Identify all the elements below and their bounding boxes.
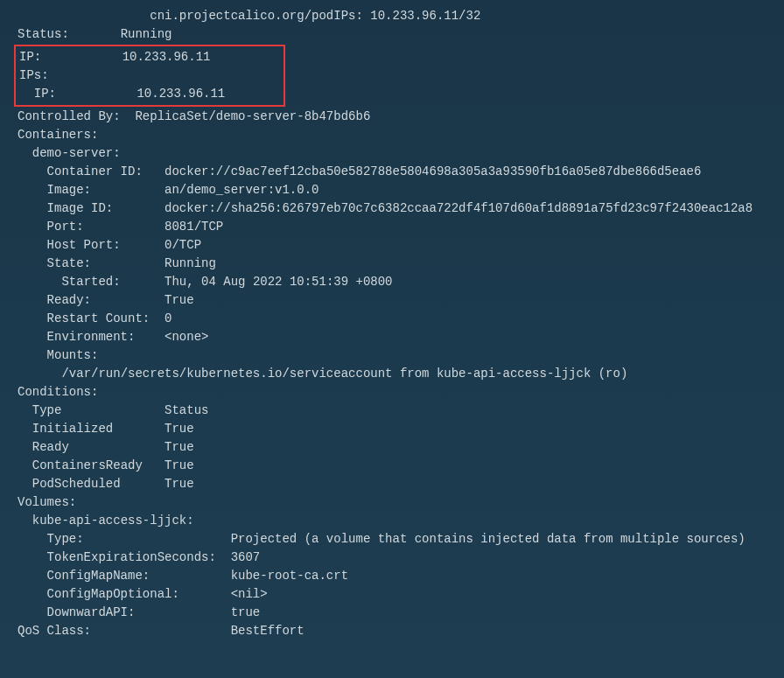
image-id-label: Image ID:	[47, 201, 114, 215]
downward-api-line: DownwardAPI: true	[0, 604, 784, 622]
host-port-value: 0/TCP	[164, 238, 201, 252]
qos-class-label: QoS Class:	[18, 624, 91, 638]
token-expiration-line: TokenExpirationSeconds: 3607	[0, 549, 784, 567]
config-map-optional-line: ConfigMapOptional: <nil>	[0, 585, 784, 604]
image-label: Image:	[47, 183, 91, 197]
annotation-line: cni.projectcalico.org/podIPs: 10.233.96.…	[0, 7, 784, 25]
nested-ip-line: IP: 10.233.96.11	[16, 85, 284, 103]
status-value: Running	[121, 27, 172, 41]
conditions-header-status: Status	[164, 403, 208, 417]
mounts-label: Mounts:	[47, 348, 99, 362]
config-map-name-line: ConfigMapName: kube-root-ca.crt	[0, 567, 784, 585]
status-line: Status: Running	[0, 25, 784, 44]
ips-label: IPs:	[19, 68, 49, 82]
nested-ip-label: IP:	[34, 87, 56, 101]
environment-value: <none>	[164, 330, 208, 344]
image-value: an/demo_server:v1.0.0	[164, 183, 318, 197]
image-line: Image: an/demo_server:v1.0.0	[0, 181, 784, 199]
environment-line: Environment: <none>	[0, 328, 784, 346]
condition-row: ContainersReady True	[0, 457, 784, 475]
qos-class-value: BestEffort	[231, 624, 304, 638]
volume-name: kube-api-access-ljjck:	[32, 514, 194, 528]
image-id-value: docker://sha256:626797eb70c7c6382ccaa722…	[164, 201, 752, 215]
ip-line: IP: 10.233.96.11	[16, 48, 284, 66]
host-port-line: Host Port: 0/TCP	[0, 236, 784, 255]
containers-label: Containers:	[18, 128, 98, 142]
volume-type-label: Type:	[47, 532, 84, 546]
started-value: Thu, 04 Aug 2022 10:51:39 +0800	[164, 275, 392, 289]
condition-status: True	[164, 440, 194, 454]
controlled-by-value: ReplicaSet/demo-server-8b47bd6b6	[135, 109, 370, 123]
container-name-line: demo-server:	[0, 144, 784, 163]
host-port-label: Host Port:	[47, 238, 121, 252]
container-id-label: Container ID:	[47, 164, 143, 178]
downward-api-value: true	[231, 605, 261, 619]
conditions-label-line: Conditions:	[0, 383, 784, 402]
token-expiration-value: 3607	[231, 550, 261, 564]
controlled-by-label: Controlled By:	[18, 109, 121, 123]
state-line: State: Running	[0, 255, 784, 273]
conditions-header-line: Type Status	[0, 402, 784, 420]
qos-class-line: QoS Class: BestEffort	[0, 622, 784, 640]
condition-status: True	[164, 422, 194, 436]
container-id-line: Container ID: docker://c9ac7eef12cba50e5…	[0, 163, 784, 181]
containers-label-line: Containers:	[0, 126, 784, 144]
downward-api-label: DownwardAPI:	[47, 605, 136, 619]
started-line: Started: Thu, 04 Aug 2022 10:51:39 +0800	[0, 273, 784, 291]
config-map-name-label: ConfigMapName:	[47, 569, 150, 583]
port-line: Port: 8081/TCP	[0, 218, 784, 236]
ip-highlight-box: IP: 10.233.96.11 IPs: IP: 10.233.96.11	[14, 45, 285, 107]
state-label: State:	[47, 256, 91, 270]
volumes-label: Volumes:	[18, 495, 76, 509]
condition-type: Initialized	[32, 422, 113, 436]
container-id-value: docker://c9ac7eef12cba50e582788e5804698a…	[164, 164, 701, 178]
ips-line: IPs:	[16, 66, 284, 85]
condition-row: Ready True	[0, 438, 784, 457]
ready-label: Ready:	[47, 293, 91, 307]
container-name: demo-server:	[32, 146, 121, 160]
port-value: 8081/TCP	[164, 220, 223, 234]
annotation-key: cni.projectcalico.org/podIPs:	[150, 9, 363, 23]
token-expiration-label: TokenExpirationSeconds:	[47, 550, 216, 564]
condition-row: Initialized True	[0, 420, 784, 438]
condition-status: True	[164, 477, 194, 491]
image-id-line: Image ID: docker://sha256:626797eb70c7c6…	[0, 199, 784, 218]
environment-label: Environment:	[47, 330, 136, 344]
condition-type: ContainersReady	[32, 458, 143, 472]
ready-line: Ready: True	[0, 291, 784, 310]
ready-value: True	[164, 293, 194, 307]
config-map-optional-value: <nil>	[231, 587, 268, 601]
controlled-by-line: Controlled By: ReplicaSet/demo-server-8b…	[0, 108, 784, 126]
restart-count-line: Restart Count: 0	[0, 310, 784, 328]
state-value: Running	[164, 256, 216, 270]
condition-row: PodScheduled True	[0, 475, 784, 493]
conditions-header-type: Type	[32, 403, 62, 417]
nested-ip-value: 10.233.96.11	[136, 87, 225, 101]
mounts-label-line: Mounts:	[0, 346, 784, 365]
mounts-value-line: /var/run/secrets/kubernetes.io/serviceac…	[0, 365, 784, 383]
mounts-value: /var/run/secrets/kubernetes.io/serviceac…	[61, 367, 627, 381]
condition-type: PodScheduled	[32, 477, 121, 491]
started-label: Started:	[61, 275, 120, 289]
condition-type: Ready	[32, 440, 69, 454]
restart-count-value: 0	[164, 311, 172, 325]
config-map-optional-label: ConfigMapOptional:	[47, 587, 179, 601]
volume-type-line: Type: Projected (a volume that contains …	[0, 530, 784, 549]
conditions-label: Conditions:	[18, 385, 98, 399]
volumes-label-line: Volumes:	[0, 493, 784, 512]
condition-status: True	[164, 458, 194, 472]
restart-count-label: Restart Count:	[47, 311, 150, 325]
annotation-value: 10.233.96.11/32	[370, 9, 480, 23]
status-label: Status:	[18, 27, 69, 41]
volume-type-value: Projected (a volume that contains inject…	[231, 532, 746, 546]
ip-label: IP:	[19, 50, 41, 64]
config-map-name-value: kube-root-ca.crt	[231, 569, 348, 583]
volume-name-line: kube-api-access-ljjck:	[0, 512, 784, 530]
ip-value: 10.233.96.11	[122, 50, 211, 64]
port-label: Port:	[47, 220, 84, 234]
